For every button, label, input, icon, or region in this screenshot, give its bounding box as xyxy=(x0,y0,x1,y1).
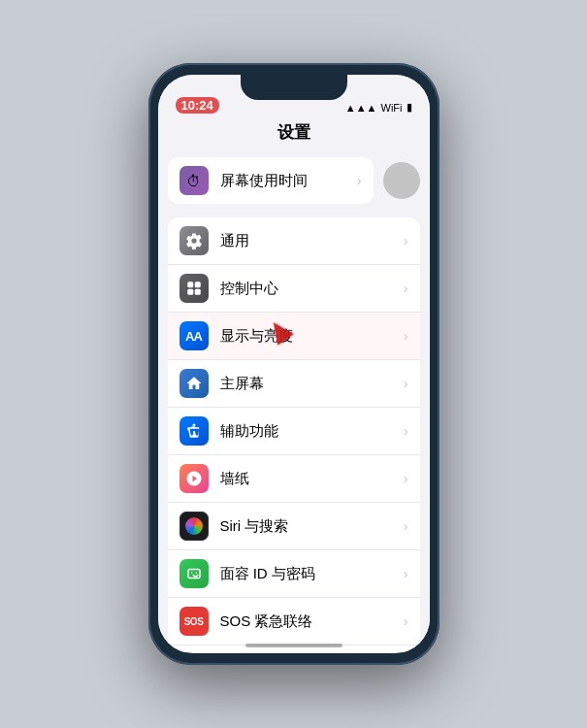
svg-rect-0 xyxy=(187,281,193,287)
chevron-home: › xyxy=(404,376,408,391)
notch xyxy=(241,75,347,100)
siri-icon xyxy=(179,512,209,541)
settings-row-screen-time[interactable]: ⏱ 屏幕使用时间 › xyxy=(168,157,374,204)
chevron-wallpaper: › xyxy=(404,471,408,486)
face-id-label: 面容 ID 与密码 xyxy=(220,565,404,583)
chevron-face-id: › xyxy=(404,566,408,581)
control-center-label: 控制中心 xyxy=(220,280,404,298)
accessibility-icon xyxy=(179,416,209,446)
settings-row-general[interactable]: 通用 › xyxy=(168,217,420,265)
page-title: 设置 xyxy=(277,123,310,142)
settings-row-display[interactable]: AA 显示与亮度 › xyxy=(168,313,420,360)
screen-time-icon: ⏱ xyxy=(179,166,209,195)
chevron-siri: › xyxy=(404,518,408,534)
settings-row-accessibility[interactable]: 辅助功能 › xyxy=(168,408,420,455)
chevron-general: › xyxy=(404,233,408,248)
general-label: 通用 xyxy=(220,232,404,250)
settings-row-face-id[interactable]: 面容 ID 与密码 › xyxy=(168,550,420,598)
settings-row-sos[interactable]: SOS SOS 紧急联络 › xyxy=(168,598,420,645)
display-icon: AA xyxy=(179,321,209,350)
avatar[interactable] xyxy=(383,162,420,199)
general-icon xyxy=(179,226,209,255)
signal-icon: ▲▲▲ xyxy=(345,102,377,114)
wifi-icon: WiFi xyxy=(381,102,403,114)
accessibility-label: 辅助功能 xyxy=(220,422,404,441)
settings-row-wallpaper[interactable]: 墙纸 › xyxy=(168,455,420,503)
sos-icon: SOS xyxy=(179,607,209,636)
chevron-accessibility: › xyxy=(404,423,408,439)
phone-frame: 10:24 ▲▲▲ WiFi ▮ 设置 ⏱ 屏幕使用时间 xyxy=(148,63,440,665)
settings-row-control-center[interactable]: 控制中心 › xyxy=(168,265,420,313)
nav-bar: 设置 xyxy=(158,117,430,151)
svg-rect-2 xyxy=(187,289,193,295)
face-id-icon xyxy=(179,559,209,588)
sos-label: SOS 紧急联络 xyxy=(220,612,404,631)
battery-icon: ▮ xyxy=(407,101,412,114)
svg-point-4 xyxy=(192,424,195,427)
wallpaper-icon xyxy=(179,464,209,493)
chevron-control: › xyxy=(404,281,408,296)
home-indicator xyxy=(245,644,342,647)
status-icons: ▲▲▲ WiFi ▮ xyxy=(345,101,412,114)
wallpaper-label: 墙纸 xyxy=(220,470,404,488)
home-label: 主屏幕 xyxy=(220,375,404,393)
chevron-icon: › xyxy=(357,173,362,188)
screen-time-label: 屏幕使用时间 xyxy=(220,172,357,190)
control-center-icon xyxy=(179,274,209,303)
settings-row-home[interactable]: 主屏幕 › xyxy=(168,360,420,408)
display-label: 显示与亮度 xyxy=(220,327,404,346)
scroll-content[interactable]: ⏱ 屏幕使用时间 › 通 xyxy=(158,151,430,652)
chevron-display: › xyxy=(404,328,408,344)
chevron-sos: › xyxy=(404,613,408,629)
settings-section-main: 通用 › 控制中心 › xyxy=(168,217,420,652)
svg-rect-1 xyxy=(194,281,200,287)
phone-screen: 10:24 ▲▲▲ WiFi ▮ 设置 ⏱ 屏幕使用时间 xyxy=(158,75,430,653)
status-time: 10:24 xyxy=(176,97,219,114)
siri-label: Siri 与搜索 xyxy=(220,517,404,536)
svg-rect-3 xyxy=(194,289,200,295)
home-icon xyxy=(179,369,209,398)
settings-row-siri[interactable]: Siri 与搜索 › xyxy=(168,503,420,550)
